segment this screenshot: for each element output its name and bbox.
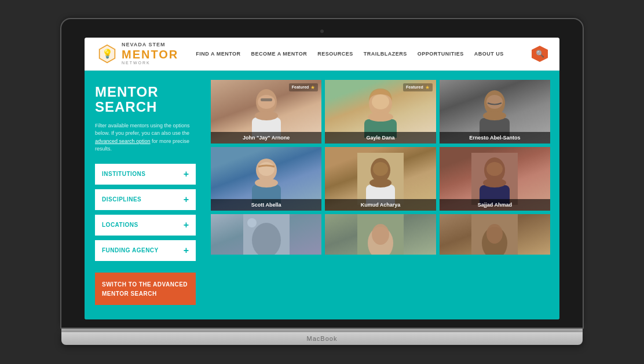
svg-rect-7 xyxy=(261,98,272,101)
featured-badge-jay: Featured ★ xyxy=(289,83,319,91)
mentor-name-kumud: Kumud Acharya xyxy=(330,202,431,208)
site-main: MENTOR SEARCH Filter available mentors u… xyxy=(85,71,559,319)
description-text-1: Filter available mentors using the optio… xyxy=(95,123,190,137)
mentor-name-sajjad: Sajjad Ahmad xyxy=(444,202,546,208)
featured-badge-gayle: Featured ★ xyxy=(403,83,433,91)
disciplines-filter[interactable]: DISCIPLINES + xyxy=(95,189,196,210)
logo-bottom-text: NETWORK xyxy=(122,61,178,65)
mentor-card-ernesto[interactable]: Ernesto Abel-Santos xyxy=(440,80,550,144)
mentor-card-kumud[interactable]: Kumud Acharya xyxy=(325,147,436,211)
svg-point-29 xyxy=(483,178,506,187)
svg-point-38 xyxy=(486,224,503,244)
mentor-name-bar-ernesto: Ernesto Abel-Santos xyxy=(440,132,550,144)
svg-point-27 xyxy=(486,162,503,176)
mentor-photo-partial3 xyxy=(440,214,550,255)
svg-point-6 xyxy=(255,111,278,120)
laptop-screen: 💡 NEVADA STEM MENTOR NETWORK FIND A MENT… xyxy=(85,38,559,319)
laptop-camera xyxy=(320,30,324,33)
locations-label: LOCATIONS xyxy=(102,222,138,228)
mentor-card-scott[interactable]: Scott Abella xyxy=(211,147,321,211)
nav-find-mentor[interactable]: FIND A MENTOR xyxy=(196,51,240,57)
sidebar-description: Filter available mentors using the optio… xyxy=(95,122,196,153)
disciplines-label: DISCIPLINES xyxy=(102,196,141,203)
mentor-photo-partial1 xyxy=(211,214,321,255)
mentor-name-gayle: Gayle Dana xyxy=(330,135,431,141)
mentor-grid-area: Featured ★ John "Jay" Arnone xyxy=(206,71,559,319)
institutions-filter[interactable]: INSTITUTIONS + xyxy=(95,164,196,185)
locations-filter[interactable]: LOCATIONS + xyxy=(95,215,196,236)
mentor-name-jay: John "Jay" Arnone xyxy=(215,135,317,141)
header-search-button[interactable]: 🔍 xyxy=(532,46,548,62)
nav-resources[interactable]: RESOURCES xyxy=(317,51,353,57)
disciplines-expand-icon: + xyxy=(184,195,189,204)
locations-expand-icon: + xyxy=(184,220,189,230)
mentor-name-scott: Scott Abella xyxy=(215,202,317,208)
mentor-photo-partial2 xyxy=(325,214,436,255)
laptop-container: 💡 NEVADA STEM MENTOR NETWORK FIND A MENT… xyxy=(61,19,583,345)
svg-point-35 xyxy=(372,224,389,245)
laptop-base: MacBook xyxy=(61,332,583,345)
site-logo: 💡 NEVADA STEM MENTOR NETWORK xyxy=(96,42,178,65)
svg-point-13 xyxy=(486,95,503,109)
mentor-card-gayle-dana[interactable]: Featured ★ Gayle Dana xyxy=(325,80,436,144)
mentor-name-bar-gayle: Gayle Dana xyxy=(325,132,436,144)
advanced-search-link[interactable]: advanced search option xyxy=(95,138,151,144)
svg-point-9 xyxy=(372,94,389,109)
featured-text-jay: Featured xyxy=(292,85,309,89)
mentor-card-partial-3[interactable] xyxy=(440,214,550,255)
institutions-expand-icon: + xyxy=(184,170,189,179)
mentor-card-jay-arnone[interactable]: Featured ★ John "Jay" Arnone xyxy=(211,80,321,144)
svg-point-32 xyxy=(247,218,257,227)
mentor-name-bar-jay: John "Jay" Arnone xyxy=(211,132,321,144)
laptop-brand-label: MacBook xyxy=(307,335,338,342)
advanced-search-button[interactable]: SWITCH TO THE ADVANCED MENTOR SEARCH xyxy=(95,273,196,305)
mentor-name-ernesto: Ernesto Abel-Santos xyxy=(444,135,546,141)
nav-about-us[interactable]: ABOUT US xyxy=(474,51,504,57)
funding-agency-filter[interactable]: FUNDING AGENCY + xyxy=(95,240,196,261)
svg-point-22 xyxy=(373,162,388,176)
advanced-search-label: SWITCH TO THE ADVANCED MENTOR SEARCH xyxy=(102,281,188,297)
site-header: 💡 NEVADA STEM MENTOR NETWORK FIND A MENT… xyxy=(85,38,559,71)
svg-point-15 xyxy=(483,111,506,120)
mentor-name-bar-sajjad: Sajjad Ahmad xyxy=(440,199,550,211)
institutions-label: INSTITUTIONS xyxy=(102,171,145,177)
logo-top-text: NEVADA STEM xyxy=(122,42,178,48)
funding-agency-expand-icon: + xyxy=(184,246,189,255)
svg-point-4 xyxy=(258,95,275,109)
nav-opportunities[interactable]: OPPORTUNITIES xyxy=(418,51,464,57)
site-nav: FIND A MENTOR BECOME A MENTOR RESOURCES … xyxy=(196,46,548,62)
laptop-bezel: 💡 NEVADA STEM MENTOR NETWORK FIND A MENT… xyxy=(61,19,583,328)
mentor-name-bar-kumud: Kumud Acharya xyxy=(325,199,436,211)
laptop-notch xyxy=(61,328,583,332)
svg-text:💡: 💡 xyxy=(102,48,113,59)
mentor-card-partial-1[interactable] xyxy=(211,214,321,255)
logo-icon: 💡 xyxy=(96,43,118,65)
svg-point-11 xyxy=(368,112,393,122)
featured-text-gayle: Featured xyxy=(406,85,423,89)
search-icon: 🔍 xyxy=(536,50,544,58)
sidebar-title: MENTOR SEARCH xyxy=(95,84,196,115)
logo-main-text: MENTOR xyxy=(122,48,178,61)
logo-text: NEVADA STEM MENTOR NETWORK xyxy=(122,42,178,65)
mentor-card-sajjad[interactable]: Sajjad Ahmad xyxy=(440,147,550,211)
svg-point-17 xyxy=(258,162,275,176)
featured-star-jay: ★ xyxy=(310,84,315,90)
mentor-name-bar-scott: Scott Abella xyxy=(211,199,321,211)
featured-star-gayle: ★ xyxy=(425,84,430,90)
mentor-card-partial-2[interactable] xyxy=(325,214,436,255)
search-sidebar: MENTOR SEARCH Filter available mentors u… xyxy=(85,71,206,319)
funding-agency-label: FUNDING AGENCY xyxy=(102,247,159,253)
nav-trailblazers[interactable]: TRAILBLAZERS xyxy=(364,51,407,57)
svg-point-24 xyxy=(369,178,391,187)
nav-become-mentor[interactable]: BECOME A MENTOR xyxy=(251,51,307,57)
svg-point-19 xyxy=(255,178,278,187)
mentor-grid: Featured ★ John "Jay" Arnone xyxy=(206,75,555,259)
